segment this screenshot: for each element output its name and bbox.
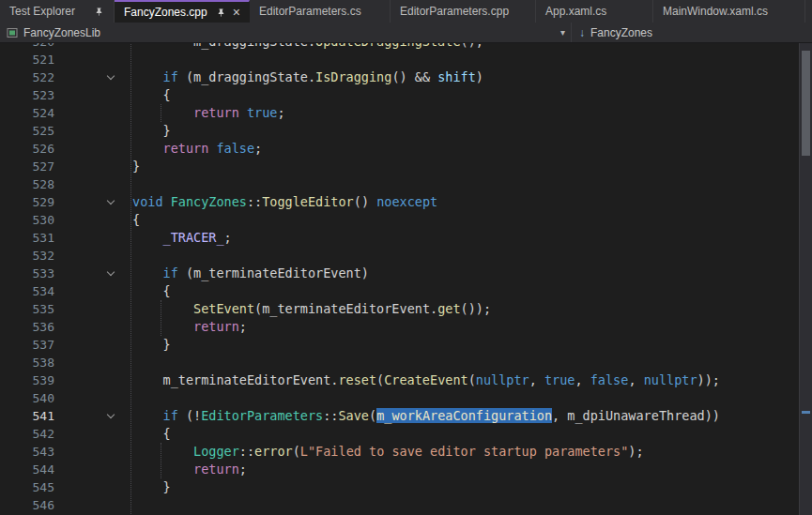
line-number: 534 <box>0 282 54 300</box>
tab-editorparameters-cpp[interactable]: EditorParameters.cpp <box>391 0 536 23</box>
line-number: 531 <box>0 229 54 247</box>
code-line-528[interactable]: 528 <box>0 175 799 193</box>
code-line-521[interactable]: 521 <box>0 51 799 68</box>
code-token: , <box>529 372 544 387</box>
code-line-543[interactable]: 543 Logger::error(L"Failed to save edito… <box>0 443 799 461</box>
code-token: if <box>163 265 178 280</box>
code-token: :: <box>323 408 338 423</box>
code-token: reset <box>338 372 376 387</box>
code-editor[interactable]: 520 m_draggingState.UpdateDraggingState(… <box>0 43 799 515</box>
code-line-544[interactable]: 544 return; <box>0 461 799 478</box>
code-line-537[interactable]: 537 } <box>0 336 799 354</box>
code-token: , <box>628 372 643 387</box>
fold-column <box>54 354 132 371</box>
code-text: _TRACER_; <box>132 229 799 247</box>
code-token <box>132 462 193 477</box>
code-token: { <box>132 426 171 441</box>
code-line-526[interactable]: 526 return false; <box>0 140 799 158</box>
code-line-529[interactable]: 529void FancyZones::ToggleEditor() noexc… <box>0 193 799 211</box>
code-token: UpdateDraggingState <box>315 43 460 49</box>
code-line-545[interactable]: 545 } <box>0 478 799 496</box>
code-token: :: <box>247 194 262 209</box>
code-token: ( <box>178 265 193 280</box>
code-token: m_terminateEditorEvent. <box>262 301 437 316</box>
code-token: ( <box>468 372 476 387</box>
fold-column <box>54 43 132 51</box>
code-text: m_draggingState.UpdateDraggingState(); <box>132 43 799 51</box>
fold-column[interactable] <box>54 407 132 425</box>
code-token: (! <box>178 408 201 423</box>
code-token: , <box>575 372 590 387</box>
code-line-531[interactable]: 531 _TRACER_; <box>0 229 799 247</box>
scrollbar-thumb[interactable] <box>802 51 810 156</box>
code-line-542[interactable]: 542 { <box>0 425 799 443</box>
tab-bar: Test Explorer FancyZones.cpp × EditorPar… <box>0 0 812 23</box>
line-number: 530 <box>0 211 54 229</box>
fold-column[interactable] <box>54 68 132 86</box>
line-number: 546 <box>0 496 54 514</box>
tab-fancyzones-cpp[interactable]: FancyZones.cpp × <box>115 0 250 23</box>
code-token: nullptr <box>476 372 529 387</box>
code-token: SetEvent <box>193 301 254 316</box>
code-text <box>132 175 799 193</box>
code-token <box>239 105 247 120</box>
code-token: true <box>247 105 278 120</box>
tab-app-xaml-cs[interactable]: App.xaml.cs <box>536 0 653 23</box>
code-line-541[interactable]: 541 if (!EditorParameters::Save(m_workAr… <box>0 407 799 425</box>
code-token: } <box>132 337 171 352</box>
vertical-scrollbar[interactable] <box>799 43 812 515</box>
code-line-527[interactable]: 527} <box>0 158 799 175</box>
fold-chevron-icon[interactable] <box>107 268 115 276</box>
code-token: )) <box>705 408 720 423</box>
code-line-538[interactable]: 538 <box>0 354 799 371</box>
fold-column <box>54 211 132 229</box>
code-token: ) <box>476 69 483 84</box>
code-text: if (!EditorParameters::Save(m_workAreaCo… <box>132 407 799 425</box>
code-text <box>132 51 799 68</box>
code-token: IsDragging <box>315 69 391 84</box>
code-text: } <box>132 122 799 140</box>
fold-column <box>54 371 132 389</box>
code-token: m_draggingState. <box>132 43 315 49</box>
fold-chevron-icon[interactable] <box>107 411 115 418</box>
code-token <box>132 319 193 334</box>
fold-chevron-icon[interactable] <box>107 197 115 204</box>
code-line-524[interactable]: 524 return true; <box>0 104 799 122</box>
tab-editorparameters-cs[interactable]: EditorParameters.cs <box>250 0 391 23</box>
code-line-530[interactable]: 530{ <box>0 211 799 229</box>
code-line-534[interactable]: 534 { <box>0 282 799 300</box>
code-token <box>132 230 163 245</box>
pin-icon[interactable] <box>94 7 104 17</box>
code-token: get <box>437 301 460 316</box>
code-token: ( <box>376 372 384 387</box>
code-text: m_terminateEditorEvent.reset(CreateEvent… <box>132 371 799 389</box>
fold-column[interactable] <box>54 193 132 211</box>
tab-test-explorer[interactable]: Test Explorer <box>0 0 115 23</box>
code-token: m_dpiUnawareThread <box>567 408 704 423</box>
code-line-535[interactable]: 535 SetEvent(m_terminateEditorEvent.get(… <box>0 300 799 318</box>
fold-chevron-icon[interactable] <box>107 72 115 80</box>
tab-label: EditorParameters.cpp <box>400 5 509 18</box>
line-number: 535 <box>0 300 54 318</box>
close-icon[interactable]: × <box>233 7 240 18</box>
code-line-523[interactable]: 523 { <box>0 86 799 104</box>
project-dropdown[interactable]: FancyZonesLib ▾ <box>0 23 571 42</box>
code-line-522[interactable]: 522 if (m_draggingState.IsDragging() && … <box>0 68 799 86</box>
code-token: false <box>216 141 254 156</box>
code-line-536[interactable]: 536 return; <box>0 318 799 336</box>
code-line-540[interactable]: 540 <box>0 389 799 407</box>
code-line-539[interactable]: 539 m_terminateEditorEvent.reset(CreateE… <box>0 371 799 389</box>
code-line-532[interactable]: 532 <box>0 247 799 265</box>
pin-icon[interactable] <box>216 8 226 18</box>
fold-column[interactable] <box>54 265 132 282</box>
tab-mainwindow-xaml-cs[interactable]: MainWindow.xaml.cs <box>653 0 805 23</box>
code-line-533[interactable]: 533 if (m_terminateEditorEvent) <box>0 265 799 282</box>
scope-dropdown[interactable]: ↓ FancyZones <box>572 23 812 42</box>
code-line-525[interactable]: 525 } <box>0 122 799 140</box>
code-line-520[interactable]: 520 m_draggingState.UpdateDraggingState(… <box>0 43 799 51</box>
code-token: shift <box>437 69 476 84</box>
project-dropdown-label: FancyZonesLib <box>23 26 100 39</box>
fold-column <box>54 86 132 104</box>
code-line-546[interactable]: 546 <box>0 496 799 514</box>
code-token: Save <box>338 408 369 423</box>
